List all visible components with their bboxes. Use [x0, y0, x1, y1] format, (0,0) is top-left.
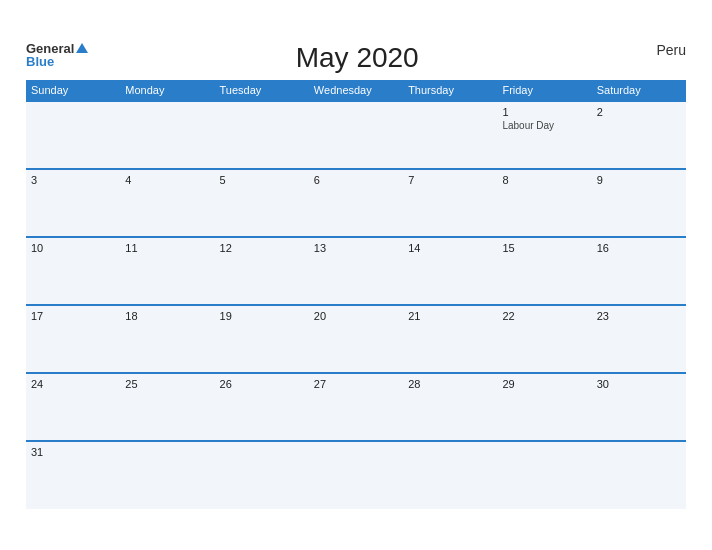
calendar-day-cell	[215, 101, 309, 169]
day-number: 12	[220, 242, 304, 254]
calendar-day-cell: 17	[26, 305, 120, 373]
header-saturday: Saturday	[592, 80, 686, 101]
calendar-day-cell: 4	[120, 169, 214, 237]
header-friday: Friday	[497, 80, 591, 101]
calendar-day-cell: 10	[26, 237, 120, 305]
calendar-day-cell: 21	[403, 305, 497, 373]
calendar-day-cell	[403, 101, 497, 169]
calendar-country: Peru	[626, 42, 686, 58]
logo-general-text: General	[26, 42, 88, 55]
day-number: 23	[597, 310, 681, 322]
day-number: 3	[31, 174, 115, 186]
header-sunday: Sunday	[26, 80, 120, 101]
calendar-day-cell: 20	[309, 305, 403, 373]
day-number: 18	[125, 310, 209, 322]
day-number: 17	[31, 310, 115, 322]
calendar-day-cell: 16	[592, 237, 686, 305]
calendar-day-cell	[497, 441, 591, 509]
calendar-title: May 2020	[88, 42, 626, 74]
calendar-day-cell	[215, 441, 309, 509]
day-number: 29	[502, 378, 586, 390]
calendar-day-cell: 24	[26, 373, 120, 441]
calendar-day-cell	[26, 101, 120, 169]
day-number: 26	[220, 378, 304, 390]
day-number: 4	[125, 174, 209, 186]
day-number: 30	[597, 378, 681, 390]
day-number: 25	[125, 378, 209, 390]
calendar-day-cell: 25	[120, 373, 214, 441]
header-thursday: Thursday	[403, 80, 497, 101]
calendar-week-row: 1Labour Day2	[26, 101, 686, 169]
calendar-day-cell: 2	[592, 101, 686, 169]
calendar-day-cell: 29	[497, 373, 591, 441]
day-number: 14	[408, 242, 492, 254]
calendar-table: Sunday Monday Tuesday Wednesday Thursday…	[26, 80, 686, 509]
calendar-header: General Blue May 2020 Peru	[26, 42, 686, 74]
day-number: 9	[597, 174, 681, 186]
calendar-day-cell: 27	[309, 373, 403, 441]
calendar-day-cell: 9	[592, 169, 686, 237]
calendar-week-row: 31	[26, 441, 686, 509]
logo-triangle-icon	[76, 43, 88, 53]
day-number: 5	[220, 174, 304, 186]
calendar-week-row: 3456789	[26, 169, 686, 237]
calendar-day-cell: 18	[120, 305, 214, 373]
day-number: 24	[31, 378, 115, 390]
calendar-day-cell: 7	[403, 169, 497, 237]
day-number: 7	[408, 174, 492, 186]
calendar-day-cell	[309, 101, 403, 169]
day-number: 27	[314, 378, 398, 390]
calendar-week-row: 10111213141516	[26, 237, 686, 305]
day-number: 2	[597, 106, 681, 118]
calendar-day-cell: 1Labour Day	[497, 101, 591, 169]
calendar-day-cell: 11	[120, 237, 214, 305]
calendar-day-cell: 30	[592, 373, 686, 441]
day-event-label: Labour Day	[502, 119, 586, 132]
calendar-day-cell: 26	[215, 373, 309, 441]
calendar-day-cell: 19	[215, 305, 309, 373]
calendar-day-cell: 3	[26, 169, 120, 237]
calendar-day-cell: 5	[215, 169, 309, 237]
header-wednesday: Wednesday	[309, 80, 403, 101]
header-tuesday: Tuesday	[215, 80, 309, 101]
calendar-day-cell	[120, 101, 214, 169]
calendar-day-cell: 28	[403, 373, 497, 441]
day-number: 19	[220, 310, 304, 322]
day-number: 11	[125, 242, 209, 254]
calendar-day-cell: 31	[26, 441, 120, 509]
day-number: 20	[314, 310, 398, 322]
logo: General Blue	[26, 42, 88, 68]
day-number: 28	[408, 378, 492, 390]
calendar-day-cell: 6	[309, 169, 403, 237]
calendar-day-cell: 22	[497, 305, 591, 373]
calendar-day-cell: 13	[309, 237, 403, 305]
calendar-day-cell: 14	[403, 237, 497, 305]
header-monday: Monday	[120, 80, 214, 101]
calendar-day-cell	[309, 441, 403, 509]
calendar-week-row: 24252627282930	[26, 373, 686, 441]
calendar-day-cell	[120, 441, 214, 509]
day-number: 6	[314, 174, 398, 186]
logo-blue-text: Blue	[26, 55, 54, 68]
weekday-header-row: Sunday Monday Tuesday Wednesday Thursday…	[26, 80, 686, 101]
calendar-day-cell: 12	[215, 237, 309, 305]
calendar-day-cell: 15	[497, 237, 591, 305]
calendar-week-row: 17181920212223	[26, 305, 686, 373]
day-number: 8	[502, 174, 586, 186]
day-number: 15	[502, 242, 586, 254]
day-number: 21	[408, 310, 492, 322]
calendar-day-cell	[592, 441, 686, 509]
day-number: 22	[502, 310, 586, 322]
calendar-day-cell: 23	[592, 305, 686, 373]
calendar-container: General Blue May 2020 Peru Sunday Monday…	[11, 32, 701, 519]
calendar-day-cell: 8	[497, 169, 591, 237]
day-number: 10	[31, 242, 115, 254]
day-number: 1	[502, 106, 586, 118]
day-number: 31	[31, 446, 115, 458]
day-number: 13	[314, 242, 398, 254]
day-number: 16	[597, 242, 681, 254]
calendar-day-cell	[403, 441, 497, 509]
